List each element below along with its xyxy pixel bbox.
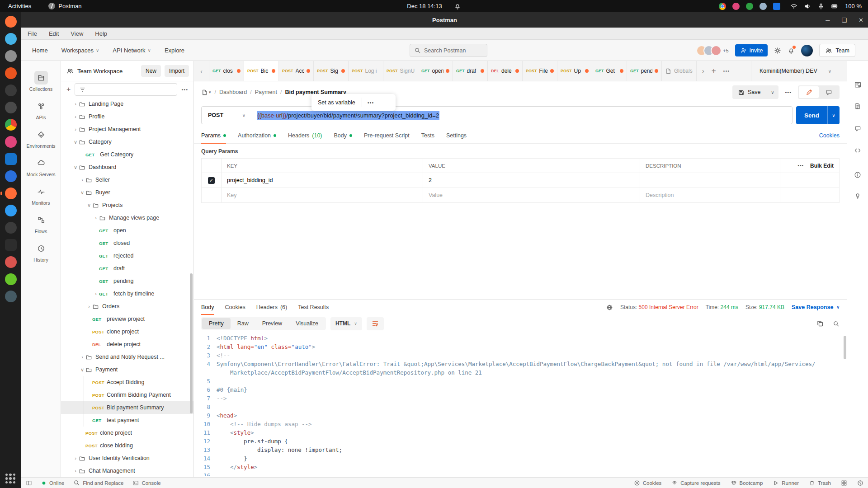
tree-request-get-category[interactable]: GETGet Category: [61, 148, 193, 161]
open-tab-open[interactable]: GETopen: [418, 61, 453, 81]
request-file-icon[interactable]: [201, 89, 208, 96]
dock-sublime[interactable]: [3, 254, 19, 270]
activities-button[interactable]: Activities: [8, 3, 31, 9]
wifi-icon[interactable]: [790, 3, 797, 10]
footer-find-and-replace[interactable]: Find and Replace: [73, 479, 123, 486]
tree-request-bid-payment-summary[interactable]: POSTBid payment Summary: [61, 401, 193, 414]
open-tab-globals[interactable]: Globals: [662, 61, 697, 81]
tree-folder-chat-management[interactable]: ›Chat Management: [61, 465, 193, 477]
nav-workspaces[interactable]: Workspaces∨: [61, 47, 99, 54]
footer-bootcamp[interactable]: Bootcamp: [731, 480, 763, 486]
tree-folder-profile[interactable]: ›Profile: [61, 110, 193, 123]
response-body-code[interactable]: 1<!DOCTYPE html> 2<html lang="en" class=…: [194, 334, 843, 476]
tree-request-test-payment[interactable]: GETtest payment: [61, 414, 193, 427]
footer-cookies[interactable]: Cookies: [634, 480, 662, 486]
tree-folder-project-management[interactable]: ›Project Management: [61, 123, 193, 136]
set-as-variable-button[interactable]: Set as variable: [311, 99, 362, 106]
rail-flows[interactable]: Flows: [21, 213, 61, 234]
nav-home[interactable]: Home: [32, 47, 48, 54]
comment-mode-icon[interactable]: [819, 86, 839, 98]
edit-mode-pencil-icon[interactable]: [799, 86, 819, 98]
send-options-caret[interactable]: ∨: [827, 106, 840, 124]
tab-authorization[interactable]: Authorization: [238, 127, 276, 144]
dock-vscode[interactable]: [3, 203, 19, 218]
tree-folder-send-and-notify-request-[interactable]: ›Send and Notify Request ...: [61, 351, 193, 363]
tab-options-icon[interactable]: •••: [723, 68, 730, 74]
tree-folder-manage-views-page[interactable]: ›Manage views page: [61, 211, 193, 224]
maximize-button[interactable]: ❏: [841, 17, 847, 23]
open-tab-bic[interactable]: POSTBic: [244, 61, 279, 81]
save-button[interactable]: Save: [732, 85, 766, 99]
dock-remote[interactable]: [3, 169, 19, 184]
tab-headers[interactable]: Headers (10): [288, 127, 322, 144]
param-checkbox[interactable]: ✓: [208, 177, 215, 184]
dock-utilities[interactable]: [3, 100, 19, 115]
resp-tab-test-results[interactable]: Test Results: [298, 300, 329, 315]
dock-software[interactable]: [3, 66, 19, 81]
open-tab-sig[interactable]: POSTSig: [314, 61, 349, 81]
tab-params[interactable]: Params: [201, 127, 226, 144]
crumb-payment[interactable]: Payment: [255, 89, 277, 95]
open-tab-pend[interactable]: GETpend: [627, 61, 662, 81]
menu-edit[interactable]: Edit: [49, 30, 59, 37]
env-panel-icon[interactable]: [847, 81, 868, 89]
param-key-placeholder[interactable]: Key: [222, 188, 423, 202]
params-more-icon[interactable]: •••: [797, 163, 804, 168]
view-preview[interactable]: Preview: [255, 318, 289, 329]
rail-history[interactable]: History: [21, 242, 61, 263]
clock[interactable]: Dec 18 14:13: [407, 3, 442, 9]
dock-jetbrains[interactable]: [3, 220, 19, 235]
tree-request-close-bidding[interactable]: POSTclose bidding: [61, 439, 193, 452]
menu-file[interactable]: File: [28, 30, 37, 37]
param-desc[interactable]: [640, 173, 780, 188]
tab-pre-request-script[interactable]: Pre-request Script: [364, 127, 410, 144]
cookies-link[interactable]: Cookies: [819, 132, 840, 139]
app-pink-tray-icon[interactable]: [732, 3, 740, 10]
import-button[interactable]: Import: [165, 65, 189, 77]
focused-app[interactable]: Postman: [48, 3, 81, 9]
tree-folder-user-identity-verification[interactable]: ›User Identity Verification: [61, 452, 193, 465]
close-button[interactable]: ✕: [859, 17, 863, 23]
tree-folder-orders[interactable]: ›Orders: [61, 300, 193, 313]
dock-firefox[interactable]: [3, 14, 19, 29]
footer-help[interactable]: [857, 480, 863, 486]
nav-explore[interactable]: Explore: [165, 47, 184, 54]
open-tab-draf[interactable]: GETdraf: [453, 61, 488, 81]
volume-icon[interactable]: [804, 3, 811, 10]
settings-gear-icon[interactable]: [774, 47, 781, 54]
tree-folder-payment[interactable]: ∨Payment: [61, 363, 193, 376]
send-button[interactable]: Send ∨: [796, 106, 840, 124]
view-raw[interactable]: Raw: [231, 318, 255, 329]
tree-request-clone-project[interactable]: POSTclone project: [61, 325, 193, 338]
rail-collections[interactable]: Collections: [21, 71, 61, 92]
tree-request-preview-project[interactable]: GETpreview project: [61, 313, 193, 325]
param-value-placeholder[interactable]: Value: [423, 188, 640, 202]
dock-terminal[interactable]: [3, 237, 19, 253]
open-tab-get[interactable]: GETGet: [592, 61, 627, 81]
chrome-tray-icon[interactable]: [719, 3, 726, 10]
response-scrollbar[interactable]: [844, 336, 846, 359]
network-globe-icon[interactable]: [606, 304, 613, 311]
resp-tab-body[interactable]: Body: [201, 300, 214, 315]
dock-files[interactable]: [3, 48, 19, 64]
tree-folder-landing-page[interactable]: ›Landing Page: [61, 98, 193, 110]
add-collection-button[interactable]: +: [66, 85, 71, 94]
popup-more-icon[interactable]: •••: [362, 100, 380, 105]
crumb-dashboard[interactable]: Dashboard: [219, 89, 247, 95]
footer-layout[interactable]: [26, 480, 32, 486]
tab-tests[interactable]: Tests: [421, 127, 434, 144]
open-tab-clos[interactable]: GETclos: [209, 61, 244, 81]
info-icon[interactable]: [847, 171, 868, 178]
search-response-icon[interactable]: [833, 320, 840, 327]
dock-gitkraken[interactable]: [3, 134, 19, 150]
rail-mock-servers[interactable]: Mock Servers: [21, 156, 61, 177]
documentation-icon[interactable]: [847, 103, 868, 110]
comments-icon[interactable]: [847, 125, 868, 132]
show-applications-button[interactable]: [4, 472, 17, 485]
rail-monitors[interactable]: Monitors: [21, 185, 61, 206]
tab-settings[interactable]: Settings: [446, 127, 467, 144]
open-tab-signu[interactable]: POSTSignU: [383, 61, 418, 81]
footer-capture-requests[interactable]: Capture requests: [671, 480, 720, 486]
tree-request-delete-project[interactable]: DELdelete project: [61, 338, 193, 351]
code-icon[interactable]: [847, 147, 868, 154]
